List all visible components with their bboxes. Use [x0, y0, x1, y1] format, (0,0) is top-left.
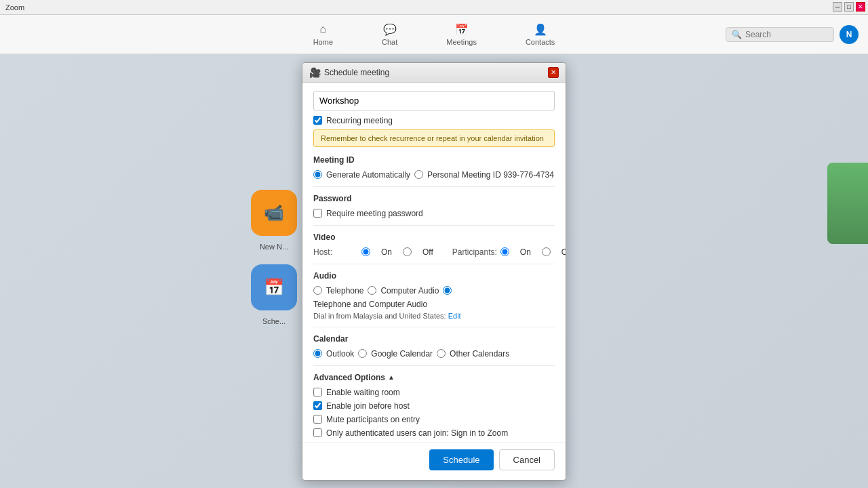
zoom-icon: 🎥 — [309, 67, 321, 78]
participants-video-off-radio[interactable] — [542, 247, 551, 256]
computer-audio-label[interactable]: Computer Audio — [380, 286, 439, 296]
other-calendars-radio[interactable] — [437, 349, 446, 358]
host-video-off-label[interactable]: Off — [422, 247, 433, 257]
other-calendars-label[interactable]: Other Calendars — [450, 349, 509, 359]
mute-participants-row: Mute participants on entry — [313, 415, 555, 424]
personal-id-label[interactable]: Personal Meeting ID 939-776-4734 — [427, 170, 554, 180]
google-calendar-radio[interactable] — [358, 349, 367, 358]
dialog-body: Recurring meeting Remember to check recu… — [302, 83, 566, 442]
video-host-row: Host: On Off Participants: On Off — [313, 247, 555, 257]
advanced-options-label: Advanced Options — [313, 373, 385, 382]
calendar-section-title: Calendar — [313, 334, 555, 344]
host-video-off-radio[interactable] — [403, 247, 412, 256]
telephone-computer-audio-label[interactable]: Telephone and Computer Audio — [313, 300, 427, 309]
close-button[interactable]: ✕ — [856, 2, 865, 12]
require-password-label[interactable]: Require meeting password — [326, 209, 423, 218]
user-avatar[interactable]: N — [840, 25, 859, 44]
top-nav: ⌂ Home 💬 Chat 📅 Meetings 👤 Contacts 🔍 N … — [0, 15, 868, 54]
outlook-radio[interactable] — [313, 349, 322, 358]
authenticated-users-checkbox[interactable] — [313, 428, 322, 437]
require-password-row: Require meeting password — [313, 209, 555, 218]
participants-video-on-label[interactable]: On — [520, 247, 531, 257]
recurring-meeting-row: Recurring meeting — [313, 116, 555, 125]
mute-participants-checkbox[interactable] — [313, 415, 322, 424]
personal-id-radio[interactable] — [414, 170, 423, 179]
host-video-on-label[interactable]: On — [381, 247, 392, 257]
waiting-room-checkbox[interactable] — [313, 388, 322, 396]
audio-radio-group: Telephone Computer Audio Telephone and C… — [313, 286, 555, 309]
edit-dial-in-link[interactable]: Edit — [448, 312, 461, 320]
telephone-radio[interactable] — [313, 286, 322, 295]
dial-in-text: Dial in from Malaysia and United States: — [313, 312, 446, 320]
home-icon: ⌂ — [316, 22, 330, 36]
generate-auto-radio[interactable] — [313, 170, 322, 179]
chat-icon: 💬 — [383, 22, 397, 36]
schedule-button[interactable]: Schedule — [429, 449, 493, 470]
search-input[interactable] — [745, 30, 827, 39]
waiting-room-label[interactable]: Enable waiting room — [326, 388, 400, 397]
outlook-label[interactable]: Outlook — [326, 349, 354, 359]
dialog-title-text: Schedule meeting — [324, 68, 389, 77]
telephone-label[interactable]: Telephone — [326, 286, 363, 296]
info-banner: Remember to check recurrence or repeat i… — [313, 129, 555, 147]
dialog-footer: Schedule Cancel — [302, 442, 566, 480]
meeting-title-input[interactable] — [313, 91, 555, 110]
participants-video-off-label[interactable]: Off — [561, 247, 566, 257]
recurring-checkbox[interactable] — [313, 116, 322, 125]
dialog-title-row: 🎥 Schedule meeting — [309, 67, 389, 78]
minimize-button[interactable]: ─ — [833, 2, 842, 12]
waiting-room-row: Enable waiting room — [313, 388, 555, 397]
schedule-dialog: 🎥 Schedule meeting ✕ Recurring meeting R… — [302, 62, 566, 481]
join-before-host-row: Enable join before host — [313, 401, 555, 411]
search-icon: 🔍 — [732, 30, 742, 39]
nav-home[interactable]: ⌂ Home — [302, 20, 344, 49]
modal-overlay: 🎥 Schedule meeting ✕ Recurring meeting R… — [0, 54, 868, 488]
mute-participants-label[interactable]: Mute participants on entry — [326, 415, 420, 424]
recurring-label[interactable]: Recurring meeting — [326, 116, 393, 125]
host-video-label: Host: — [313, 247, 351, 257]
authenticated-users-row: Only authenticated users can join: Sign … — [313, 428, 555, 438]
computer-audio-radio[interactable] — [368, 286, 376, 295]
nav-meetings-label: Meetings — [446, 38, 477, 46]
participants-video-label: Participants: — [452, 247, 490, 257]
app-title: Zoom — [5, 3, 24, 12]
join-before-host-label[interactable]: Enable join before host — [326, 401, 410, 411]
nav-items: ⌂ Home 💬 Chat 📅 Meetings 👤 Contacts — [302, 20, 566, 49]
calendar-radio-group: Outlook Google Calendar Other Calendars — [313, 349, 555, 359]
join-before-host-checkbox[interactable] — [313, 401, 322, 410]
video-section-title: Video — [313, 232, 555, 242]
host-video-on-radio[interactable] — [361, 247, 370, 256]
search-bar[interactable]: 🔍 — [726, 27, 834, 42]
title-bar-controls[interactable]: ─ □ ✕ — [833, 2, 865, 12]
audio-section-title: Audio — [313, 271, 555, 281]
nav-chat-label: Chat — [382, 38, 397, 46]
authenticated-users-label[interactable]: Only authenticated users can join: Sign … — [326, 428, 508, 438]
title-bar: Zoom ─ □ ✕ — [0, 0, 868, 15]
telephone-computer-audio-radio[interactable] — [443, 286, 452, 295]
meetings-icon: 📅 — [455, 22, 469, 36]
generate-auto-label[interactable]: Generate Automatically — [326, 170, 410, 180]
meeting-id-radio-group: Generate Automatically Personal Meeting … — [313, 170, 555, 180]
meeting-id-section-title: Meeting ID — [313, 155, 555, 165]
nav-meetings[interactable]: 📅 Meetings — [435, 20, 488, 49]
cancel-button[interactable]: Cancel — [499, 449, 555, 470]
nav-contacts-label: Contacts — [526, 38, 555, 46]
dialog-close-button[interactable]: ✕ — [548, 67, 559, 78]
main-area: 📹 New N... 📅 Sche... 🎥 Schedule meeting … — [0, 54, 868, 488]
dial-in-text-row: Dial in from Malaysia and United States:… — [313, 312, 555, 320]
maximize-button[interactable]: □ — [844, 2, 854, 12]
participants-video-on-radio[interactable] — [500, 247, 509, 256]
contacts-icon: 👤 — [534, 22, 547, 36]
require-password-checkbox[interactable] — [313, 209, 322, 218]
advanced-options-header[interactable]: Advanced Options ▲ — [313, 373, 555, 382]
dialog-titlebar: 🎥 Schedule meeting ✕ — [302, 63, 566, 83]
password-section-title: Password — [313, 194, 555, 203]
google-calendar-label[interactable]: Google Calendar — [371, 349, 433, 359]
advanced-options-chevron-icon: ▲ — [388, 373, 395, 381]
nav-contacts[interactable]: 👤 Contacts — [515, 20, 566, 49]
nav-chat[interactable]: 💬 Chat — [371, 20, 408, 49]
nav-home-label: Home — [313, 38, 333, 46]
